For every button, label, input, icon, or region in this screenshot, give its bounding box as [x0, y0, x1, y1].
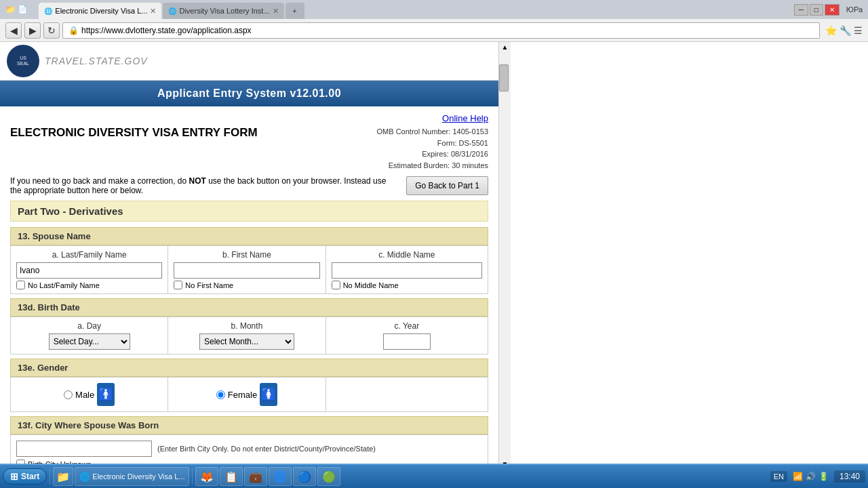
omb-expires: Expires: 08/31/2016: [377, 148, 488, 160]
taskbar-item-quicklaunch-3[interactable]: 💼: [244, 467, 267, 486]
male-person-icon: 🚹: [97, 383, 115, 406]
maximize-btn[interactable]: □: [810, 4, 823, 16]
tab-2-close[interactable]: ✕: [273, 7, 279, 16]
omb-form: Form: DS-5501: [377, 138, 488, 149]
online-help-link[interactable]: Online Help: [442, 113, 488, 123]
no-last-family-checkbox[interactable]: [16, 281, 25, 289]
taskbar-system-icons: 📶 🔊 🔋: [793, 472, 829, 481]
form-area: Online Help ELECTRONIC DIVERSITY VISA EN…: [0, 106, 498, 469]
browser-chrome: 📁 📄 🌐 Electronic Diversity Visa L... ✕ 🌐…: [0, 0, 868, 42]
travel-gov-label: TRAVEL.STATE.GOV: [45, 56, 148, 66]
tab-1[interactable]: 🌐 Electronic Diversity Visa L... ✕: [39, 3, 161, 19]
windows-logo: ⊞: [10, 471, 18, 482]
system-clock: 13:40: [834, 470, 865, 483]
notice-text: If you need to go back and make a correc…: [10, 176, 393, 195]
city-input-row: (Enter Birth City Only. Do not enter Dis…: [16, 441, 482, 457]
back-btn[interactable]: ◀: [5, 22, 22, 39]
female-person-icon: 🚺: [260, 383, 277, 406]
taskbar-item-file-manager[interactable]: 📁: [53, 467, 73, 486]
taskbar-item-quicklaunch-6[interactable]: 🟢: [317, 467, 340, 486]
page-content: USSEAL TRAVEL.STATE.GOV Applicant Entry …: [0, 42, 868, 469]
scrollbar[interactable]: ▲ ▼: [498, 42, 511, 469]
close-window-btn[interactable]: ✕: [825, 4, 840, 16]
taskbar-browser1-label: Electronic Diversity Visa L...: [92, 472, 184, 481]
lock-icon: 🔒: [68, 26, 79, 35]
last-family-label: a. Last/Family Name: [16, 250, 162, 260]
city-note: (Enter Birth City Only. Do not enter Dis…: [157, 445, 376, 453]
last-family-input[interactable]: [16, 262, 162, 279]
taskbar-lang[interactable]: EN: [770, 471, 787, 482]
scroll-thumb[interactable]: [499, 64, 509, 92]
spouse-name-table: a. Last/Family Name No Last/Family Name …: [10, 245, 488, 294]
new-tab-btn[interactable]: +: [285, 3, 304, 19]
no-middle-name-label: No Middle Name: [343, 281, 399, 289]
city-input[interactable]: [16, 441, 152, 457]
right-sidebar: [511, 42, 868, 469]
birth-date-table: a. Day Select Day... 123 456 789 10 b. M…: [10, 317, 488, 354]
main-content: USSEAL TRAVEL.STATE.GOV Applicant Entry …: [0, 42, 498, 469]
taskbar-sep-1: [50, 468, 50, 485]
taskbar-item-quicklaunch-4[interactable]: 🌀: [269, 467, 292, 486]
extensions-icon[interactable]: 🔧: [840, 25, 851, 36]
male-option[interactable]: Male 🚹: [16, 383, 162, 406]
taskbar-item-quicklaunch-1[interactable]: 🦊: [195, 467, 218, 486]
omb-info: OMB Control Number: 1405-0153 Form: DS-5…: [377, 126, 488, 171]
address-bar[interactable]: 🔒 https://www.dvlottery.state.gov/applic…: [62, 22, 820, 39]
omb-control: OMB Control Number: 1405-0153: [377, 126, 488, 138]
app-title: Applicant Entry System v12.01.00: [157, 87, 341, 99]
day-select[interactable]: Select Day... 123 456 789 10: [49, 333, 130, 350]
menu-icon[interactable]: ☰: [854, 25, 863, 36]
taskbar-item-quicklaunch-5[interactable]: 🔵: [293, 467, 316, 486]
tab-1-label: Electronic Diversity Visa L...: [55, 7, 147, 15]
online-help-row: Online Help: [10, 113, 488, 123]
start-label: Start: [21, 472, 39, 481]
header-logo-row: USSEAL TRAVEL.STATE.GOV: [0, 42, 498, 81]
middle-name-input[interactable]: [332, 262, 482, 279]
taskbar-sep-2: [192, 468, 193, 485]
scroll-up-btn[interactable]: ▲: [499, 42, 511, 51]
tab-1-close[interactable]: ✕: [150, 7, 156, 16]
notice-row: If you need to go back and make a correc…: [10, 176, 488, 195]
first-name-input[interactable]: [174, 262, 319, 279]
tab-2[interactable]: 🌐 Diversity Visa Lottery Inst... ✕: [163, 3, 283, 19]
title-bar: 📁 📄 🌐 Electronic Diversity Visa L... ✕ 🌐…: [0, 0, 868, 19]
omb-burden: Estimated Burden: 30 minutes: [377, 160, 488, 171]
middle-name-label: c. Middle Name: [332, 250, 482, 260]
go-back-part1-button[interactable]: Go Back to Part 1: [406, 176, 488, 195]
network-icon: 📶: [793, 472, 803, 481]
form-title: ELECTRONIC DIVERSITY VISA ENTRY FORM: [10, 126, 258, 140]
female-option[interactable]: Female 🚺: [174, 383, 319, 406]
taskbar-right: EN 📶 🔊 🔋 13:40: [770, 470, 865, 483]
taskbar-item-browser1[interactable]: 🌐 Electronic Diversity Visa L...: [75, 467, 189, 486]
male-radio[interactable]: [64, 390, 73, 399]
section13e-header: 13e. Gender: [10, 359, 488, 377]
battery-icon: 🔋: [818, 472, 829, 481]
day-label: a. Day: [16, 321, 162, 331]
bookmark-icon[interactable]: ⭐: [825, 25, 837, 36]
part-two-header: Part Two - Derivatives: [10, 201, 488, 222]
start-button[interactable]: ⊞ Start: [3, 468, 47, 485]
no-first-name-checkbox[interactable]: [174, 281, 182, 289]
first-name-label: b. First Name: [174, 250, 319, 260]
female-radio[interactable]: [216, 390, 225, 399]
month-select[interactable]: Select Month... JanuaryFebruary MarchApr…: [199, 333, 294, 350]
year-label: c. Year: [332, 321, 482, 331]
browser-action-icons: ⭐ 🔧 ☰: [825, 25, 863, 36]
month-label: b. Month: [174, 321, 319, 331]
refresh-btn[interactable]: ↻: [43, 22, 60, 39]
app-header: Applicant Entry System v12.01.00: [0, 81, 498, 106]
user-label: ЮРа: [846, 5, 863, 14]
tab-2-label: Diversity Visa Lottery Inst...: [179, 7, 269, 15]
taskbar: ⊞ Start 📁 🌐 Electronic Diversity Visa L.…: [0, 464, 868, 488]
female-label: Female: [228, 390, 257, 400]
year-input[interactable]: [383, 333, 431, 350]
forward-btn[interactable]: ▶: [24, 22, 41, 39]
minimize-btn[interactable]: ─: [794, 4, 808, 16]
taskbar-item-quicklaunch-2[interactable]: 📋: [220, 467, 243, 486]
male-label: Male: [75, 390, 94, 400]
no-first-name-label: No First Name: [185, 281, 233, 289]
section13d-header: 13d. Birth Date: [10, 298, 488, 317]
url-text: https://www.dvlottery.state.gov/applicat…: [81, 26, 252, 35]
no-middle-name-checkbox[interactable]: [332, 281, 340, 289]
gender-table: Male 🚹 Female 🚺: [10, 377, 488, 412]
